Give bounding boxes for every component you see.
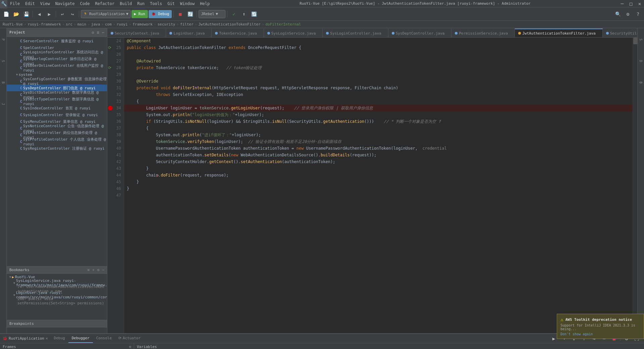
open-button[interactable]: 📂 bbox=[11, 9, 21, 19]
tab-securitycontext[interactable]: SecurityContext.java ✕ bbox=[107, 29, 166, 37]
close-button[interactable]: ✕ bbox=[635, 0, 644, 7]
bc-main[interactable]: main bbox=[77, 22, 87, 27]
bc-framework2[interactable]: framework bbox=[132, 22, 153, 27]
git-push-button[interactable]: 🔃 bbox=[249, 9, 259, 19]
menu-file[interactable]: File bbox=[7, 0, 22, 7]
editor: 24 ⟳ 25 26 27 ⟳ 28 29 30 31 32 33 34 bbox=[107, 38, 637, 333]
bc-filter-class[interactable]: JwtAuthenticationTokenFilter bbox=[198, 22, 260, 27]
menu-help[interactable]: Help bbox=[197, 0, 212, 7]
frames-filter-icon[interactable]: ⚙ bbox=[129, 345, 131, 349]
debug-tab-actuator[interactable]: ⟳ Actuator bbox=[115, 334, 144, 343]
titlebar: 🔧 File Edit View Navigate Code Refactor … bbox=[0, 0, 644, 7]
undo-button[interactable]: ↩ bbox=[58, 9, 67, 19]
project-vtab[interactable]: P bbox=[0, 30, 7, 50]
menu-window[interactable]: Window bbox=[177, 0, 197, 7]
project-header-icon2[interactable]: ≡ bbox=[97, 30, 99, 35]
debug-button[interactable]: 🐞 Debug bbox=[149, 10, 172, 18]
menu-build[interactable]: Build bbox=[117, 0, 135, 7]
scrollbar-track[interactable] bbox=[633, 38, 637, 333]
code-row-31: protected void doFilterInternal(HttpServ… bbox=[124, 85, 633, 91]
aws-notice-dismiss-link[interactable]: Don't show again bbox=[560, 332, 640, 336]
debug-tab-console[interactable]: Console bbox=[93, 334, 115, 343]
tree-item-sysuseronline-controller[interactable]: C SysUserOnlineController 在线用户监控 @ ruoyi bbox=[7, 64, 107, 71]
bookmarks-vtab[interactable]: B bbox=[0, 72, 7, 93]
tree-item-server-controller[interactable]: C ServerController 服务监控 @ ruoyi bbox=[7, 38, 107, 44]
save-button[interactable]: 💾 bbox=[21, 9, 31, 19]
separator-3 bbox=[79, 11, 79, 17]
tree-item-sysdicttype-controller[interactable]: C SysDictTypeController 数据字典信息 @ ruoyi bbox=[7, 98, 107, 105]
stop-button[interactable]: ■ bbox=[175, 9, 185, 19]
jrebel-vtab[interactable]: J bbox=[0, 94, 7, 114]
bookmarks-panel: Bookmarks ≡ + ⚙ − ▼ ▶ RuoYi-Vue ▼ SysLog… bbox=[7, 266, 107, 320]
menu-view[interactable]: View bbox=[38, 0, 53, 7]
new-file-button[interactable]: 📄 bbox=[1, 9, 11, 19]
bc-framework[interactable]: ruoyi-framework bbox=[28, 22, 61, 27]
project-header-icon1[interactable]: ⚙ bbox=[92, 30, 94, 35]
bc-security[interactable]: security bbox=[157, 22, 175, 27]
menu-tools[interactable]: Tools bbox=[147, 0, 165, 7]
right-panel-database[interactable]: D bbox=[639, 51, 643, 71]
right-panel-bigdata[interactable]: B bbox=[639, 72, 643, 93]
run-button[interactable]: ▶ Run bbox=[131, 10, 148, 18]
minimize-button[interactable]: ─ bbox=[618, 0, 627, 7]
ln-28: ⟳ 28 bbox=[107, 64, 124, 71]
bc-filter[interactable]: filter bbox=[180, 22, 194, 27]
bc-ruoyi-vue[interactable]: RuoYi-Vue bbox=[3, 22, 23, 27]
variables-label: Variables bbox=[137, 345, 157, 349]
menu-code[interactable]: Code bbox=[77, 0, 93, 7]
tree-item-sysprofile-controller[interactable]: C SysProfileController 个人信息 业务处理 @ ruoyi bbox=[7, 138, 107, 145]
project-header-close[interactable]: − bbox=[102, 30, 104, 35]
bookmarks-close-icon[interactable]: − bbox=[102, 268, 104, 272]
maximize-button[interactable]: □ bbox=[627, 0, 635, 7]
ln-27: 27 bbox=[107, 58, 124, 64]
code-row-24: @Component bbox=[124, 38, 633, 44]
tab-sysloginservice[interactable]: SysLoginService.java ✕ bbox=[264, 29, 323, 37]
tab-securityutils[interactable]: SecurityUtils.java ✕ bbox=[603, 29, 637, 37]
tab-permissionservice[interactable]: PermissionService.java ✕ bbox=[451, 29, 515, 37]
bc-ruoyi[interactable]: ruoyi bbox=[116, 22, 127, 27]
tab-tokenservice[interactable]: TokenService.java ✕ bbox=[212, 29, 264, 37]
scrollbar-thumb[interactable] bbox=[633, 38, 637, 44]
menu-edit[interactable]: Edit bbox=[22, 0, 38, 7]
menu-git[interactable]: Git bbox=[165, 0, 177, 7]
tree-item-sysregister-controller[interactable]: C SysRegisterController 注册验证 @ ruoyi bbox=[7, 145, 107, 152]
bc-method[interactable]: doFilterInternal bbox=[265, 22, 301, 27]
bookmark-loginuser-line[interactable]: 246: public void setPermissions(Set<Stri… bbox=[7, 298, 107, 304]
search-everywhere-button[interactable]: 🔍 bbox=[613, 9, 623, 19]
bc-sep-11: › bbox=[262, 22, 264, 27]
bookmarks-arrange-icon[interactable]: ≡ bbox=[88, 268, 90, 272]
jrebel-dropdown[interactable]: JRebel ▼ bbox=[199, 10, 225, 18]
bookmarks-list: ▼ ▶ RuoYi-Vue ▼ SysLoginService.java ruo… bbox=[7, 274, 107, 320]
bc-com[interactable]: com bbox=[105, 22, 112, 27]
code-lines[interactable]: @Component public class JwtAuthenticatio… bbox=[124, 38, 633, 333]
menu-run[interactable]: Run bbox=[135, 0, 147, 7]
tab-loginuser[interactable]: LoginUser.java ✕ bbox=[166, 29, 212, 37]
settings-button[interactable]: ⚙ bbox=[623, 9, 633, 19]
debug-tab-debugger[interactable]: Debugger bbox=[68, 334, 93, 343]
line-gutter: 24 ⟳ 25 26 27 ⟳ 28 29 30 31 32 33 34 bbox=[107, 38, 124, 333]
git-commit-button[interactable]: ⬆ bbox=[239, 9, 249, 19]
bookmarks-add-icon[interactable]: + bbox=[92, 268, 95, 272]
debug-tab-debug[interactable]: Debug bbox=[51, 334, 68, 343]
close-debug-icon[interactable]: ✕ bbox=[46, 336, 48, 341]
bc-src[interactable]: src bbox=[66, 22, 72, 27]
bc-java[interactable]: java bbox=[91, 22, 100, 27]
back-button[interactable]: ◀ bbox=[35, 9, 44, 19]
forward-button[interactable]: ▶ bbox=[45, 9, 54, 19]
menu-navigate[interactable]: Navigate bbox=[53, 0, 77, 7]
code-row-36: if (StringUtils.isNotNull(loginUser) && … bbox=[124, 118, 633, 125]
menu-refactor[interactable]: Refactor bbox=[92, 0, 117, 7]
run-config-dropdown[interactable]: 🏃 RuoYiApplication ▼ bbox=[81, 10, 131, 18]
ln-38: 38 bbox=[107, 132, 124, 138]
right-panel-structure[interactable]: S bbox=[639, 30, 643, 50]
help-button[interactable]: ? bbox=[633, 9, 643, 19]
tab-syslogincontroller[interactable]: SysLoginController.java ✕ bbox=[323, 29, 388, 37]
reload-button[interactable]: 🔄 bbox=[185, 9, 195, 19]
tab-jwtfilter[interactable]: JwtAuthenticationTokenFilter.java ✕ bbox=[515, 29, 603, 37]
redo-button[interactable]: ↪ bbox=[68, 9, 77, 19]
bookmarks-filter-icon[interactable]: ⚙ bbox=[97, 268, 100, 272]
tab-sysdeptcontroller[interactable]: SysDeptController.java ✕ bbox=[388, 29, 452, 37]
structure-vtab[interactable]: S bbox=[0, 51, 7, 71]
tree-item-sysconfg-controller[interactable]: C SysConfigController 参数配置 信息操作处理 @ ruoy… bbox=[7, 78, 107, 85]
tree-item-sysloginc-controller[interactable]: C SysLoginController 登录验证 @ ruoyi bbox=[7, 111, 107, 118]
